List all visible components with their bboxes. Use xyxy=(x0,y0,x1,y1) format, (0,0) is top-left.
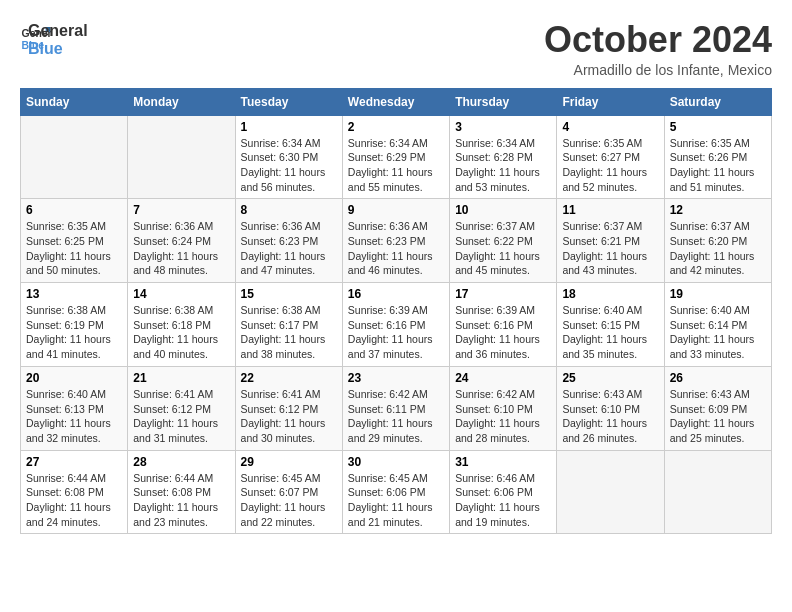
day-info: Sunrise: 6:44 AMSunset: 6:08 PMDaylight:… xyxy=(26,471,122,530)
calendar-cell xyxy=(21,115,128,199)
day-number: 12 xyxy=(670,203,766,217)
weekday-header-monday: Monday xyxy=(128,88,235,115)
day-number: 16 xyxy=(348,287,444,301)
day-info: Sunrise: 6:40 AMSunset: 6:13 PMDaylight:… xyxy=(26,387,122,446)
day-info: Sunrise: 6:45 AMSunset: 6:07 PMDaylight:… xyxy=(241,471,337,530)
day-info: Sunrise: 6:38 AMSunset: 6:19 PMDaylight:… xyxy=(26,303,122,362)
calendar-cell: 18Sunrise: 6:40 AMSunset: 6:15 PMDayligh… xyxy=(557,283,664,367)
logo-line1: General xyxy=(28,22,88,40)
day-number: 18 xyxy=(562,287,658,301)
week-row-2: 6Sunrise: 6:35 AMSunset: 6:25 PMDaylight… xyxy=(21,199,772,283)
weekday-header-sunday: Sunday xyxy=(21,88,128,115)
day-info: Sunrise: 6:42 AMSunset: 6:10 PMDaylight:… xyxy=(455,387,551,446)
week-row-3: 13Sunrise: 6:38 AMSunset: 6:19 PMDayligh… xyxy=(21,283,772,367)
day-number: 21 xyxy=(133,371,229,385)
day-info: Sunrise: 6:36 AMSunset: 6:24 PMDaylight:… xyxy=(133,219,229,278)
day-info: Sunrise: 6:44 AMSunset: 6:08 PMDaylight:… xyxy=(133,471,229,530)
calendar-cell: 7Sunrise: 6:36 AMSunset: 6:24 PMDaylight… xyxy=(128,199,235,283)
day-number: 7 xyxy=(133,203,229,217)
calendar-cell: 13Sunrise: 6:38 AMSunset: 6:19 PMDayligh… xyxy=(21,283,128,367)
calendar-cell: 1Sunrise: 6:34 AMSunset: 6:30 PMDaylight… xyxy=(235,115,342,199)
calendar-cell: 20Sunrise: 6:40 AMSunset: 6:13 PMDayligh… xyxy=(21,366,128,450)
day-number: 11 xyxy=(562,203,658,217)
title-block: October 2024 Armadillo de los Infante, M… xyxy=(544,20,772,78)
day-info: Sunrise: 6:37 AMSunset: 6:21 PMDaylight:… xyxy=(562,219,658,278)
day-number: 22 xyxy=(241,371,337,385)
day-info: Sunrise: 6:41 AMSunset: 6:12 PMDaylight:… xyxy=(133,387,229,446)
day-info: Sunrise: 6:40 AMSunset: 6:14 PMDaylight:… xyxy=(670,303,766,362)
calendar-cell: 25Sunrise: 6:43 AMSunset: 6:10 PMDayligh… xyxy=(557,366,664,450)
calendar-cell: 16Sunrise: 6:39 AMSunset: 6:16 PMDayligh… xyxy=(342,283,449,367)
calendar-cell xyxy=(128,115,235,199)
calendar-cell: 15Sunrise: 6:38 AMSunset: 6:17 PMDayligh… xyxy=(235,283,342,367)
weekday-header-thursday: Thursday xyxy=(450,88,557,115)
day-info: Sunrise: 6:36 AMSunset: 6:23 PMDaylight:… xyxy=(348,219,444,278)
day-number: 25 xyxy=(562,371,658,385)
day-number: 9 xyxy=(348,203,444,217)
calendar-cell: 6Sunrise: 6:35 AMSunset: 6:25 PMDaylight… xyxy=(21,199,128,283)
day-number: 3 xyxy=(455,120,551,134)
day-info: Sunrise: 6:39 AMSunset: 6:16 PMDaylight:… xyxy=(348,303,444,362)
day-number: 14 xyxy=(133,287,229,301)
calendar-cell: 17Sunrise: 6:39 AMSunset: 6:16 PMDayligh… xyxy=(450,283,557,367)
calendar-cell: 28Sunrise: 6:44 AMSunset: 6:08 PMDayligh… xyxy=(128,450,235,534)
calendar-cell: 30Sunrise: 6:45 AMSunset: 6:06 PMDayligh… xyxy=(342,450,449,534)
day-number: 17 xyxy=(455,287,551,301)
day-info: Sunrise: 6:42 AMSunset: 6:11 PMDaylight:… xyxy=(348,387,444,446)
day-number: 30 xyxy=(348,455,444,469)
day-number: 24 xyxy=(455,371,551,385)
calendar-cell: 29Sunrise: 6:45 AMSunset: 6:07 PMDayligh… xyxy=(235,450,342,534)
location-subtitle: Armadillo de los Infante, Mexico xyxy=(544,62,772,78)
weekday-header-row: SundayMondayTuesdayWednesdayThursdayFrid… xyxy=(21,88,772,115)
calendar-cell: 22Sunrise: 6:41 AMSunset: 6:12 PMDayligh… xyxy=(235,366,342,450)
day-info: Sunrise: 6:35 AMSunset: 6:27 PMDaylight:… xyxy=(562,136,658,195)
calendar-cell: 19Sunrise: 6:40 AMSunset: 6:14 PMDayligh… xyxy=(664,283,771,367)
day-info: Sunrise: 6:45 AMSunset: 6:06 PMDaylight:… xyxy=(348,471,444,530)
day-number: 28 xyxy=(133,455,229,469)
calendar-cell xyxy=(664,450,771,534)
calendar-cell: 10Sunrise: 6:37 AMSunset: 6:22 PMDayligh… xyxy=(450,199,557,283)
day-number: 20 xyxy=(26,371,122,385)
day-info: Sunrise: 6:43 AMSunset: 6:09 PMDaylight:… xyxy=(670,387,766,446)
day-info: Sunrise: 6:43 AMSunset: 6:10 PMDaylight:… xyxy=(562,387,658,446)
day-info: Sunrise: 6:36 AMSunset: 6:23 PMDaylight:… xyxy=(241,219,337,278)
day-info: Sunrise: 6:34 AMSunset: 6:28 PMDaylight:… xyxy=(455,136,551,195)
day-number: 5 xyxy=(670,120,766,134)
calendar-cell: 2Sunrise: 6:34 AMSunset: 6:29 PMDaylight… xyxy=(342,115,449,199)
calendar-cell: 11Sunrise: 6:37 AMSunset: 6:21 PMDayligh… xyxy=(557,199,664,283)
day-info: Sunrise: 6:41 AMSunset: 6:12 PMDaylight:… xyxy=(241,387,337,446)
calendar-cell: 14Sunrise: 6:38 AMSunset: 6:18 PMDayligh… xyxy=(128,283,235,367)
weekday-header-wednesday: Wednesday xyxy=(342,88,449,115)
calendar-cell: 8Sunrise: 6:36 AMSunset: 6:23 PMDaylight… xyxy=(235,199,342,283)
day-number: 10 xyxy=(455,203,551,217)
day-info: Sunrise: 6:46 AMSunset: 6:06 PMDaylight:… xyxy=(455,471,551,530)
day-info: Sunrise: 6:35 AMSunset: 6:25 PMDaylight:… xyxy=(26,219,122,278)
day-info: Sunrise: 6:39 AMSunset: 6:16 PMDaylight:… xyxy=(455,303,551,362)
calendar-cell: 3Sunrise: 6:34 AMSunset: 6:28 PMDaylight… xyxy=(450,115,557,199)
day-number: 8 xyxy=(241,203,337,217)
weekday-header-saturday: Saturday xyxy=(664,88,771,115)
day-number: 1 xyxy=(241,120,337,134)
day-number: 29 xyxy=(241,455,337,469)
day-number: 2 xyxy=(348,120,444,134)
calendar-cell: 23Sunrise: 6:42 AMSunset: 6:11 PMDayligh… xyxy=(342,366,449,450)
calendar-cell: 26Sunrise: 6:43 AMSunset: 6:09 PMDayligh… xyxy=(664,366,771,450)
day-number: 31 xyxy=(455,455,551,469)
day-info: Sunrise: 6:37 AMSunset: 6:20 PMDaylight:… xyxy=(670,219,766,278)
logo-line2: Blue xyxy=(28,40,88,58)
calendar-cell: 31Sunrise: 6:46 AMSunset: 6:06 PMDayligh… xyxy=(450,450,557,534)
day-number: 4 xyxy=(562,120,658,134)
week-row-4: 20Sunrise: 6:40 AMSunset: 6:13 PMDayligh… xyxy=(21,366,772,450)
page-header: General Blue General Blue October 2024 A… xyxy=(20,20,772,78)
day-info: Sunrise: 6:34 AMSunset: 6:30 PMDaylight:… xyxy=(241,136,337,195)
day-info: Sunrise: 6:37 AMSunset: 6:22 PMDaylight:… xyxy=(455,219,551,278)
calendar-cell: 4Sunrise: 6:35 AMSunset: 6:27 PMDaylight… xyxy=(557,115,664,199)
weekday-header-friday: Friday xyxy=(557,88,664,115)
calendar-cell: 12Sunrise: 6:37 AMSunset: 6:20 PMDayligh… xyxy=(664,199,771,283)
day-info: Sunrise: 6:38 AMSunset: 6:17 PMDaylight:… xyxy=(241,303,337,362)
calendar-cell: 5Sunrise: 6:35 AMSunset: 6:26 PMDaylight… xyxy=(664,115,771,199)
day-number: 13 xyxy=(26,287,122,301)
week-row-5: 27Sunrise: 6:44 AMSunset: 6:08 PMDayligh… xyxy=(21,450,772,534)
day-number: 23 xyxy=(348,371,444,385)
calendar-cell: 21Sunrise: 6:41 AMSunset: 6:12 PMDayligh… xyxy=(128,366,235,450)
